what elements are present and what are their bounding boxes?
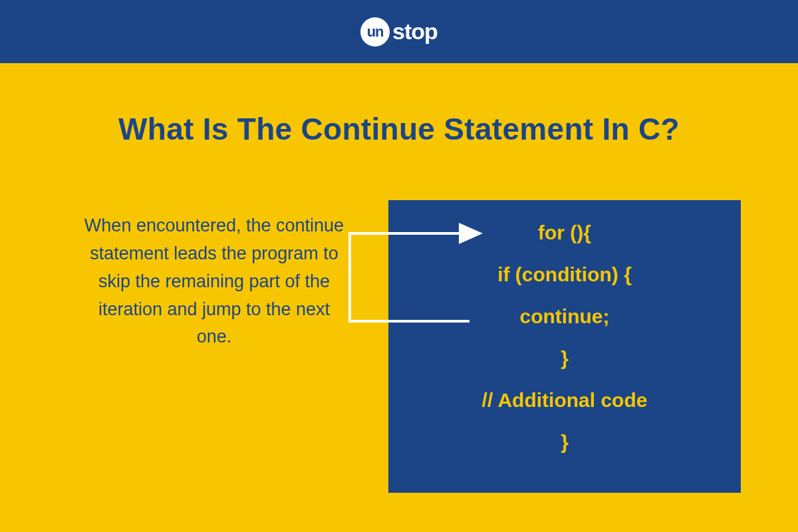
description-text: When encountered, the continue statement… xyxy=(81,212,347,351)
code-line-3: continue; xyxy=(520,305,610,327)
page-title: What Is The Continue Statement In C? xyxy=(0,111,798,147)
brand-logo: un stop xyxy=(360,17,438,47)
code-line-5: // Additional code xyxy=(482,389,648,411)
header-bar: un stop xyxy=(0,0,798,63)
logo-circle: un xyxy=(360,17,390,47)
code-line-1: for (){ xyxy=(538,221,591,243)
logo-rest-text: stop xyxy=(392,19,438,45)
logo-circle-text: un xyxy=(367,23,384,41)
content-area: When encountered, the continue statement… xyxy=(0,200,798,519)
code-line-6: } xyxy=(561,431,569,453)
flow-arrow-icon xyxy=(343,221,516,341)
code-line-4: } xyxy=(561,347,569,369)
code-line-2: if (condition) { xyxy=(497,263,632,285)
